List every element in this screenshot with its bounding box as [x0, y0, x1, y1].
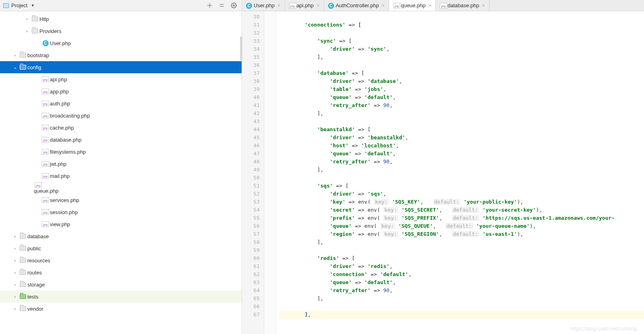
code-line-36[interactable] [279, 61, 644, 69]
sidebar-title[interactable]: Project [11, 2, 27, 8]
tree-item-Http[interactable]: ›Http [0, 13, 242, 25]
code-line-55[interactable]: 'prefix' => env( key: 'SQS_PREFIX', defa… [279, 214, 644, 222]
tree-item-api-php[interactable]: phpapi.php [0, 73, 242, 85]
tree-item-view-php[interactable]: phpview.php [0, 218, 242, 230]
code-line-66[interactable] [279, 303, 644, 311]
close-icon[interactable]: × [482, 2, 485, 8]
folder-icon [18, 65, 27, 70]
code-line-63[interactable]: 'queue' => 'default', [279, 278, 644, 287]
tree-item-filesystems-php[interactable]: phpfilesystems.php [0, 146, 242, 158]
code-line-56[interactable]: 'queue' => env( key: 'SQS_QUEUE', defaul… [279, 222, 644, 230]
tree-item-bootstrap[interactable]: ›bootstrap [0, 49, 242, 61]
tab-api-php[interactable]: phpapi.php× [285, 0, 324, 11]
expand-arrow-icon[interactable]: › [11, 306, 18, 311]
tree-item-User-php[interactable]: CUser.php [0, 37, 242, 49]
tree-item-resources[interactable]: ›resources [0, 254, 242, 266]
code-line-64[interactable]: 'retry_after' => 90, [279, 287, 644, 295]
tree-item-app-php[interactable]: phpapp.php [0, 85, 242, 97]
line-gutter: 3031323334353637383940414243444546474849… [242, 11, 264, 334]
code-line-45[interactable]: 'driver' => 'beanstalkd', [279, 134, 644, 142]
code-line-49[interactable]: ], [279, 166, 644, 174]
close-icon[interactable]: × [382, 2, 385, 8]
code-line-65[interactable]: ], [279, 295, 644, 303]
code-line-67[interactable]: ], [279, 311, 644, 319]
tab-User-php[interactable]: CUser.php× [242, 0, 285, 11]
code-line-61[interactable]: 'driver' => 'redis', [279, 262, 644, 270]
expand-arrow-icon[interactable]: › [11, 53, 18, 58]
code-line-31[interactable]: 'connections' => [ [279, 21, 644, 29]
php-icon: php [41, 197, 50, 203]
tree-item-config[interactable]: ⌄config [0, 61, 242, 73]
code-line-53[interactable]: 'key' => env( key: 'SQS_KEY', default: '… [279, 198, 644, 206]
tree-item-vendor[interactable]: ›vendor [0, 303, 242, 315]
expand-arrow-icon[interactable]: › [11, 270, 18, 275]
tree-item-broadcasting-php[interactable]: phpbroadcasting.php [0, 109, 242, 122]
tree-item-mail-php[interactable]: phpmail.php [0, 170, 242, 182]
chevron-down-icon[interactable]: ▼ [31, 3, 35, 8]
tree-item-session-php[interactable]: phpsession.php [0, 206, 242, 218]
expand-arrow-icon[interactable]: › [23, 16, 31, 21]
expand-arrow-icon[interactable]: › [23, 29, 31, 33]
tree-item-queue-php[interactable]: phpqueue.php [0, 182, 242, 194]
code-line-32[interactable] [279, 29, 644, 37]
tree-item-routes[interactable]: ›routes [0, 266, 242, 278]
locate-icon[interactable] [205, 2, 214, 8]
watermark: https://blog.csdn.net/cxhblog [570, 326, 637, 332]
code-line-40[interactable]: 'queue' => 'default', [279, 93, 644, 101]
scrollbar-thumb[interactable] [240, 36, 242, 60]
expand-arrow-icon[interactable]: › [11, 294, 18, 299]
code-line-52[interactable]: 'driver' => 'sqs', [279, 190, 644, 198]
code-line-30[interactable] [279, 13, 644, 21]
close-icon[interactable]: × [316, 2, 320, 8]
code-line-42[interactable]: ], [279, 109, 644, 118]
code-line-51[interactable]: 'sqs' => [ [279, 182, 644, 190]
expand-arrow-icon[interactable]: › [11, 258, 18, 263]
code-line-50[interactable] [279, 174, 644, 182]
code-line-34[interactable]: 'driver' => 'sync', [279, 45, 644, 53]
tree-item-public[interactable]: ›public [0, 242, 242, 254]
project-tree[interactable]: ›Http›ProvidersCUser.php›bootstrap⌄confi… [0, 11, 242, 334]
code-line-41[interactable]: 'retry_after' => 90, [279, 101, 644, 109]
code-line-39[interactable]: 'table' => 'jobs', [279, 85, 644, 93]
collapse-icon[interactable] [217, 2, 226, 8]
tree-item-jwt-php[interactable]: phpjwt.php [0, 158, 242, 170]
tree-item-label: view.php [50, 221, 70, 227]
tree-item-storage[interactable]: ›storage [0, 278, 242, 291]
tree-item-database[interactable]: ›database [0, 230, 242, 242]
code-line-46[interactable]: 'host' => 'localhost', [279, 142, 644, 150]
code-line-47[interactable]: 'queue' => 'default', [279, 150, 644, 158]
folder-icon [18, 306, 27, 311]
expand-arrow-icon[interactable]: › [11, 246, 18, 251]
tree-item-tests[interactable]: ›tests [0, 291, 242, 303]
code-line-35[interactable]: ], [279, 53, 644, 61]
expand-arrow-icon[interactable]: ⌄ [11, 65, 18, 70]
code-line-54[interactable]: 'secret' => env( key: 'SQS_SECRET', defa… [279, 206, 644, 214]
expand-arrow-icon[interactable]: › [11, 234, 18, 239]
code-line-37[interactable]: 'database' => [ [279, 69, 644, 77]
close-icon[interactable]: × [277, 2, 281, 8]
tab-AuthController-php[interactable]: CAuthController.php× [324, 0, 389, 11]
code-line-62[interactable]: 'connection' => 'default', [279, 270, 644, 278]
tree-item-Providers[interactable]: ›Providers [0, 25, 242, 37]
code-line-48[interactable]: 'retry_after' => 90, [279, 158, 644, 166]
tree-item-cache-php[interactable]: phpcache.php [0, 122, 242, 134]
tab-queue-php[interactable]: phpqueue.php× [389, 0, 436, 11]
code-line-43[interactable] [279, 118, 644, 126]
code-line-59[interactable] [279, 246, 644, 254]
code-editor[interactable]: 'connections' => [ 'sync' => [ 'driver' … [276, 11, 644, 334]
expand-arrow-icon[interactable]: › [11, 282, 18, 287]
tab-database-php[interactable]: phpdatabase.php× [436, 0, 489, 11]
gear-icon[interactable] [229, 2, 238, 8]
tree-item-database-php[interactable]: phpdatabase.php [0, 134, 242, 146]
code-line-38[interactable]: 'driver' => 'database', [279, 77, 644, 85]
fold-gutter [264, 11, 276, 334]
tree-item-services-php[interactable]: phpservices.php [0, 194, 242, 206]
tree-item-auth-php[interactable]: phpauth.php [0, 97, 242, 109]
close-icon[interactable]: × [429, 2, 432, 8]
code-line-58[interactable]: ], [279, 238, 644, 246]
code-line-33[interactable]: 'sync' => [ [279, 37, 644, 45]
code-line-57[interactable]: 'region' => env( key: 'SQS_REGION', defa… [279, 230, 644, 238]
tree-item-label: filesystems.php [50, 149, 86, 155]
code-line-60[interactable]: 'redis' => [ [279, 254, 644, 262]
code-line-44[interactable]: 'beanstalkd' => [ [279, 126, 644, 134]
